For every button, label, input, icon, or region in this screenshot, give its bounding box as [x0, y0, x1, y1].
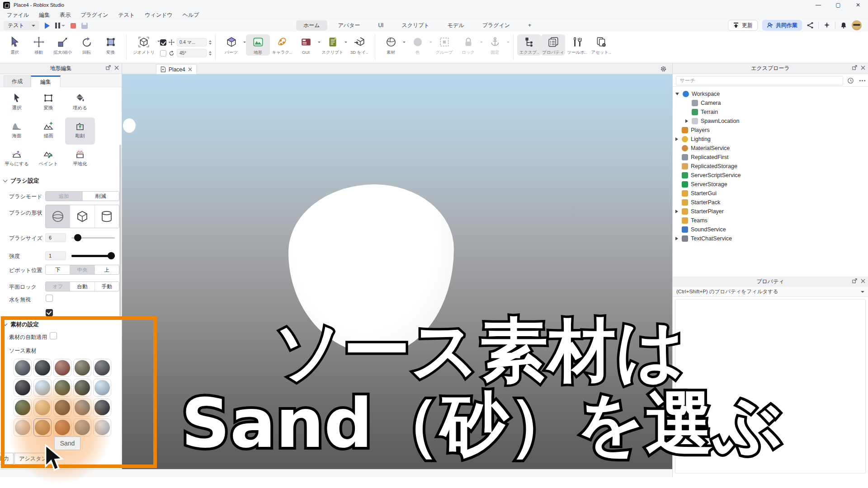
select-button[interactable]: 選択	[3, 34, 27, 56]
share-icon[interactable]	[807, 22, 814, 29]
collapse-arrow-icon[interactable]	[675, 137, 678, 141]
snap-move-stepper[interactable]	[209, 40, 212, 45]
tree-item-spawnlocation[interactable]: SpawnLocation	[673, 117, 868, 126]
play-icon[interactable]	[45, 23, 50, 29]
ignore-water-checkbox[interactable]	[46, 295, 53, 302]
plane-lock-auto[interactable]: 自動	[70, 282, 94, 291]
tree-item-soundservice[interactable]: SoundService	[673, 225, 868, 234]
menu-test[interactable]: テスト	[113, 10, 140, 20]
strength-value[interactable]: 1	[45, 251, 66, 260]
menu-file[interactable]: ファイル	[2, 10, 34, 20]
viewport-tab-place4[interactable]: Place4	[156, 64, 197, 74]
tree-item-starterplayer[interactable]: StarterPlayer	[673, 207, 868, 216]
move-button[interactable]: 移動	[27, 34, 51, 56]
brush-size-slider[interactable]	[71, 233, 115, 242]
brush-shape-cube[interactable]	[70, 205, 94, 228]
tree-item-terrain[interactable]: Terrain	[673, 108, 868, 117]
tab-plugins[interactable]: プラグイン	[475, 20, 517, 31]
close-icon[interactable]	[188, 67, 192, 71]
more-options-icon[interactable]	[859, 80, 866, 82]
stop-icon[interactable]	[71, 23, 76, 28]
brush-size-value[interactable]: 6	[45, 233, 66, 242]
popout-icon[interactable]	[106, 65, 111, 70]
geometry-button[interactable]: ジオメトリ	[130, 34, 157, 56]
brush-shape-cylinder[interactable]	[94, 205, 119, 228]
tool-smooth[interactable]: 平地化	[65, 145, 95, 173]
menu-plugins[interactable]: プラグイン	[75, 10, 113, 20]
pause-icon[interactable]	[55, 23, 65, 28]
tree-item-players[interactable]: Players	[673, 126, 868, 135]
menu-view[interactable]: 表示	[55, 10, 75, 20]
material-button[interactable]: 素材	[379, 34, 403, 56]
pivot-bottom[interactable]: 下	[46, 265, 70, 274]
properties-toggle-button[interactable]: プロパティ	[541, 34, 565, 56]
brush-settings-header[interactable]: ブラシ設定	[4, 177, 39, 185]
slider-knob[interactable]	[108, 252, 115, 259]
tab-edit[interactable]: 編集	[31, 75, 61, 87]
tool-draw[interactable]: 描画	[33, 117, 63, 145]
explorer-header[interactable]: エクスプローラ	[673, 63, 868, 74]
tab-avatar[interactable]: アバター	[331, 20, 368, 31]
script-button[interactable]: スクリプト	[321, 34, 344, 56]
tree-item-camera[interactable]: Camera	[673, 99, 868, 108]
close-icon[interactable]: ✕	[848, 0, 868, 10]
collapse-arrow-icon[interactable]	[675, 237, 678, 240]
toolbox-button[interactable]: ツールボ..	[565, 34, 589, 56]
import-3d-button[interactable]: 3D をイ..	[347, 34, 371, 56]
brush-mode-subtract[interactable]: 削減	[82, 192, 119, 201]
tree-item-replicatedfirst[interactable]: ReplicatedFirst	[673, 153, 868, 162]
pivot-center[interactable]: 中央	[70, 265, 94, 274]
chevron-down-icon[interactable]	[861, 291, 864, 293]
snap-move-checkbox[interactable]	[160, 39, 166, 46]
assistant-sparkle-icon[interactable]	[823, 22, 830, 29]
tab-script[interactable]: スクリプト	[394, 20, 436, 31]
snap-rotate-stepper[interactable]	[209, 51, 212, 56]
plane-lock-manual[interactable]: 手動	[94, 282, 119, 291]
tree-item-lighting[interactable]: Lighting	[673, 135, 868, 144]
gui-button[interactable]: GUI	[294, 34, 318, 55]
tree-item-workspace[interactable]: Workspace	[673, 89, 868, 99]
tab-create[interactable]: 作成	[4, 75, 31, 87]
tool-paint[interactable]: ペイント	[33, 145, 63, 173]
tree-item-materialservice[interactable]: MaterialService	[673, 144, 868, 153]
scale-button[interactable]: 拡大/縮小	[51, 34, 75, 56]
character-button[interactable]: キャラク..	[270, 34, 294, 56]
tab-home[interactable]: ホーム	[296, 20, 327, 31]
pivot-top[interactable]: 上	[94, 265, 119, 274]
tree-item-teams[interactable]: Teams	[673, 216, 868, 225]
rotate-button[interactable]: 回転	[75, 34, 99, 56]
tool-transform[interactable]: 変換	[33, 89, 63, 117]
update-button[interactable]: 更新	[728, 20, 758, 31]
properties-filter-input[interactable]: (Ctrl+Shift+P) のプロパティをフィルタする	[673, 287, 868, 297]
avatar[interactable]	[852, 20, 862, 30]
tree-item-serverscriptservice[interactable]: ServerScriptService	[673, 171, 868, 180]
popout-icon[interactable]	[852, 278, 857, 283]
viewport-settings-gear-icon[interactable]	[660, 66, 667, 72]
minimize-icon[interactable]: —	[808, 0, 828, 10]
collapse-arrow-icon[interactable]	[685, 119, 688, 123]
tree-item-serverstorage[interactable]: ServerStorage	[673, 180, 868, 189]
tool-fill[interactable]: 埋める	[65, 89, 95, 117]
terrain-panel-header[interactable]: 地形編集	[0, 63, 122, 74]
search-input[interactable]: サーチ	[676, 76, 843, 85]
terrain-button[interactable]: 地形	[246, 34, 270, 56]
transform-button[interactable]: 変換	[99, 34, 123, 56]
tool-sculpt[interactable]: 彫刻	[65, 117, 95, 145]
snap-rotate-value[interactable]: 45°	[177, 49, 207, 57]
tree-item-textchatservice[interactable]: TextChatService	[673, 234, 868, 243]
asset-manager-button[interactable]: アセット..	[589, 34, 613, 56]
explorer-toggle-button[interactable]: エクスプ..	[517, 34, 541, 56]
history-icon[interactable]	[847, 77, 854, 84]
plane-lock-off[interactable]: オフ	[46, 282, 70, 291]
tree-item-replicatedstorage[interactable]: ReplicatedStorage	[673, 162, 868, 171]
slider-knob[interactable]	[74, 234, 81, 241]
tab-ui[interactable]: UI	[371, 20, 391, 31]
close-icon[interactable]	[861, 279, 865, 283]
properties-header[interactable]: プロパティ	[673, 277, 868, 287]
tab-model[interactable]: モデル	[440, 20, 472, 31]
tool-sea-level[interactable]: 海面	[2, 117, 32, 145]
test-mode-dropdown[interactable]: テスト	[4, 21, 39, 30]
snap-rotate-checkbox[interactable]	[160, 50, 166, 56]
menu-window[interactable]: ウィンドウ	[140, 10, 177, 20]
tree-item-startergui[interactable]: StarterGui	[673, 189, 868, 198]
